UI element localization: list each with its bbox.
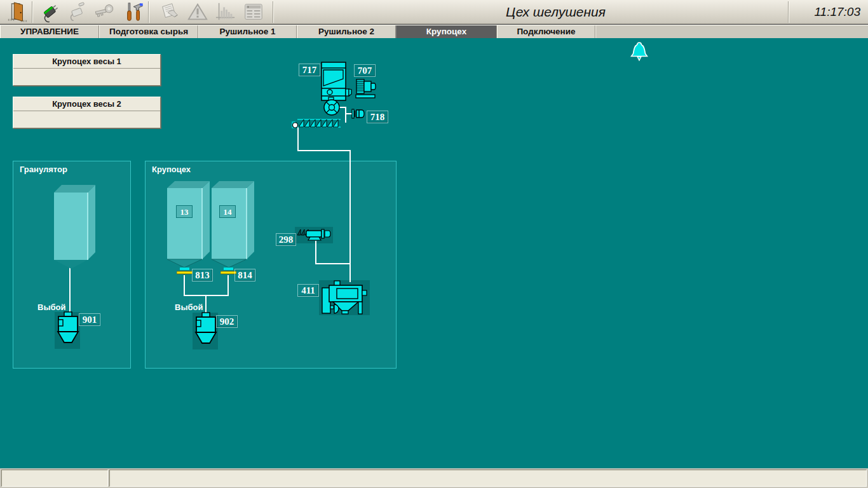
alarms-button[interactable] [184,1,211,24]
key-icon [94,1,116,23]
status-cell-left [1,470,108,487]
silo-13-number: 13 [176,205,193,218]
warning-triangle-icon [187,1,208,23]
silo-14-number: 14 [219,205,236,218]
report-button[interactable] [156,1,183,24]
tab-podkluchenie[interactable]: Подключение [497,25,595,39]
feeder-298 [296,227,333,244]
cyclone-902 [194,312,218,349]
silo-14 [210,180,255,271]
tab-rushilnoe-2[interactable]: Рушильное 2 [297,25,396,39]
valve-813[interactable] [177,268,193,275]
tab-bar-filler [595,25,868,38]
machine-411 [320,280,369,316]
toolbar-divider [148,1,149,23]
disconnect-button[interactable] [64,1,91,24]
rotary-valve-717 [323,98,341,116]
tools-icon [123,1,145,23]
silo-granulator [52,184,97,270]
weigher-panel-1: Крупоцех весы 1 [13,54,161,86]
label-411[interactable]: 411 [297,284,319,297]
trends-button[interactable] [212,1,239,24]
label-707[interactable]: 707 [354,64,376,77]
toolbar-divider [32,1,32,23]
trends-chart-icon [215,1,236,23]
door-icon [6,1,28,23]
label-298[interactable]: 298 [276,233,296,246]
drive-718 [351,107,366,120]
vyboy-label-2: Выбой [175,302,203,312]
toolbar: Цех шелушения 11:17:03 [0,0,868,24]
status-cell-right [109,470,867,487]
status-bar [0,468,868,488]
machine-717 [320,62,352,102]
scada-window: Цех шелушения 11:17:03 УПРАВЛЕНИЕ Подгот… [0,0,868,488]
disconnect-plug-icon [67,1,88,23]
weigher-panel-2: Крупоцех весы 2 [13,97,161,128]
connect-button[interactable] [37,1,64,24]
silo-13 [165,180,211,271]
label-902[interactable]: 902 [216,315,238,328]
tools-button[interactable] [121,1,147,24]
screw-conveyor [291,117,342,130]
connect-plug-icon [39,1,61,23]
clock-display: 11:17:03 [789,0,868,24]
alarm-bell-button[interactable] [630,41,648,63]
mimic-canvas: Гранулятор Крупоцех Крупоцех весы 1 [0,38,868,468]
tab-krupoceh[interactable]: Крупоцех [396,25,497,39]
weigher-1-title: Крупоцех весы 1 [13,55,160,69]
table-button[interactable] [240,1,267,24]
label-813[interactable]: 813 [192,269,213,281]
vyboy-label-1: Выбой [37,302,65,312]
weigher-1-value [13,69,160,85]
weigher-2-value [13,111,160,128]
label-901[interactable]: 901 [79,313,100,326]
label-814[interactable]: 814 [234,269,255,281]
cyclone-901 [56,311,80,348]
tab-upravlenie[interactable]: УПРАВЛЕНИЕ [0,25,99,39]
tab-rushilnoe-1[interactable]: Рушильное 1 [198,25,297,39]
key-button[interactable] [92,1,118,24]
weigher-2-title: Крупоцех весы 2 [13,97,160,111]
label-717[interactable]: 717 [299,64,320,76]
page-title: Цех шелушения [273,0,788,24]
bell-icon [630,41,648,63]
data-table-icon [243,1,264,23]
tab-podgotovka-syrya[interactable]: Подготовка сырья [99,25,198,39]
report-icon [159,1,180,23]
exit-button[interactable] [4,1,31,24]
motor-707 [355,78,377,99]
tab-bar: УПРАВЛЕНИЕ Подготовка сырья Рушильное 1 … [0,25,868,38]
label-718[interactable]: 718 [367,111,388,123]
